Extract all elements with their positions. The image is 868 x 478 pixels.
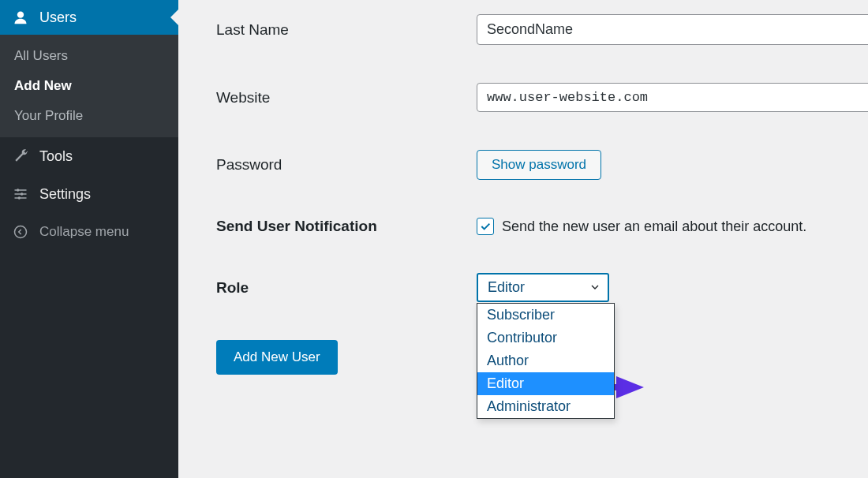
sidebar-section-label: Users — [39, 9, 77, 26]
row-website: Website — [216, 83, 868, 112]
role-option-subscriber[interactable]: Subscriber — [477, 304, 614, 327]
notification-checkbox-label: Send the new user an email about their a… — [502, 218, 806, 235]
row-last-name: Last Name — [216, 14, 868, 45]
sidebar-item-label: Tools — [39, 148, 73, 165]
role-option-contributor[interactable]: Contributor — [477, 327, 614, 349]
wrench-icon — [11, 147, 30, 166]
input-website[interactable] — [477, 83, 868, 112]
user-icon — [11, 8, 30, 27]
notification-checkbox-wrap: Send the new user an email about their a… — [477, 218, 806, 235]
sidebar-submenu: All Users Add New Your Profile — [0, 35, 178, 137]
sliders-icon — [11, 185, 30, 204]
role-option-administrator[interactable]: Administrator — [477, 395, 614, 418]
chevron-down-icon — [589, 281, 601, 293]
role-option-editor[interactable]: Editor — [477, 372, 614, 395]
show-password-button[interactable]: Show password — [477, 150, 601, 180]
svg-point-3 — [18, 196, 21, 199]
svg-point-0 — [17, 12, 24, 18]
label-role: Role — [216, 279, 477, 297]
label-notification: Send User Notification — [216, 218, 477, 235]
notification-checkbox[interactable] — [477, 218, 494, 235]
collapse-label: Collapse menu — [39, 224, 129, 240]
collapse-icon — [11, 222, 30, 241]
role-select-wrap: Editor Subscriber Contributor Author Edi… — [477, 273, 609, 302]
role-dropdown: Subscriber Contributor Author Editor Adm… — [477, 303, 615, 419]
label-last-name: Last Name — [216, 21, 477, 39]
admin-sidebar: Users All Users Add New Your Profile Too… — [0, 0, 178, 478]
sidebar-item-label: Settings — [39, 186, 91, 203]
label-website: Website — [216, 89, 477, 106]
row-notification: Send User Notification Send the new user… — [216, 218, 868, 235]
submenu-all-users[interactable]: All Users — [0, 41, 178, 71]
submenu-your-profile[interactable]: Your Profile — [0, 101, 178, 131]
input-last-name[interactable] — [477, 14, 868, 45]
collapse-menu[interactable]: Collapse menu — [0, 213, 178, 251]
sidebar-item-tools[interactable]: Tools — [0, 137, 178, 175]
svg-point-4 — [15, 226, 27, 238]
sidebar-section-users[interactable]: Users — [0, 0, 178, 35]
add-new-user-button[interactable]: Add New User — [216, 340, 338, 375]
svg-marker-6 — [616, 376, 644, 398]
row-password: Password Show password — [216, 150, 868, 180]
main-content: Last Name Website Password Show password… — [178, 0, 868, 478]
svg-point-1 — [17, 189, 19, 191]
row-role: Role Editor Subscriber Contributor Autho… — [216, 273, 868, 302]
role-option-author[interactable]: Author — [477, 349, 614, 372]
role-selected-value: Editor — [488, 279, 525, 296]
check-icon — [479, 220, 492, 233]
label-password: Password — [216, 156, 477, 174]
role-select[interactable]: Editor — [477, 273, 609, 302]
sidebar-item-settings[interactable]: Settings — [0, 175, 178, 213]
submenu-add-new[interactable]: Add New — [0, 71, 178, 101]
svg-point-2 — [21, 192, 23, 195]
